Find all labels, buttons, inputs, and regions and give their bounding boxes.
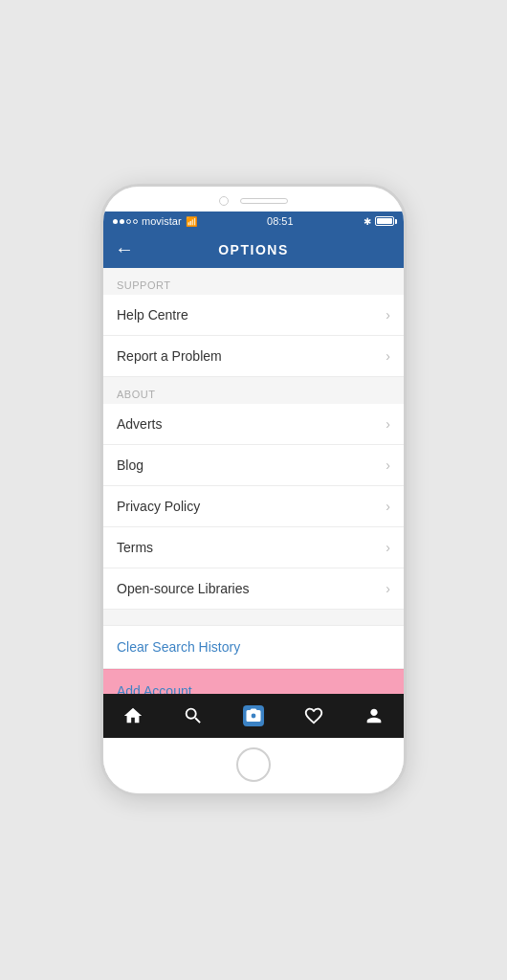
chevron-icon: › xyxy=(386,457,390,473)
profile-icon xyxy=(364,705,385,726)
about-section-header: ABOUT xyxy=(103,377,404,404)
action-item-clear-search[interactable]: Clear Search History xyxy=(103,625,404,669)
tab-camera[interactable] xyxy=(233,702,274,730)
action-item-add-account[interactable]: Add Account xyxy=(103,669,404,694)
phone-frame: movistar 📶 08:51 ✱ ← OPTIONS SUPPORT Hel… xyxy=(100,184,407,796)
privacy-policy-label: Privacy Policy xyxy=(117,499,200,514)
navigation-bar: ← OPTIONS xyxy=(103,231,404,268)
tab-bar xyxy=(103,694,404,738)
clear-search-label: Clear Search History xyxy=(117,639,240,655)
support-section-header: SUPPORT xyxy=(103,268,404,295)
menu-item-blog[interactable]: Blog › xyxy=(103,445,404,486)
blog-label: Blog xyxy=(117,457,143,473)
heart-icon xyxy=(303,705,324,726)
open-source-label: Open-source Libraries xyxy=(117,581,250,596)
side-button-volume-down xyxy=(100,319,102,345)
adverts-label: Adverts xyxy=(117,416,162,432)
tab-home[interactable] xyxy=(113,702,153,730)
tab-search[interactable] xyxy=(173,702,213,730)
report-problem-label: Report a Problem xyxy=(117,348,222,364)
add-account-label: Add Account xyxy=(117,683,192,694)
chevron-icon: › xyxy=(386,499,390,514)
battery-fill xyxy=(377,218,392,224)
home-icon xyxy=(122,705,143,726)
tab-activity[interactable] xyxy=(294,702,334,730)
menu-item-open-source[interactable]: Open-source Libraries › xyxy=(103,568,404,610)
bluetooth-icon: ✱ xyxy=(364,216,371,227)
dot3 xyxy=(126,219,131,224)
chevron-icon: › xyxy=(386,307,390,323)
side-button-power xyxy=(405,297,407,345)
content-area: SUPPORT Help Centre › Report a Problem ›… xyxy=(103,268,404,694)
terms-label: Terms xyxy=(117,540,153,555)
status-bar: movistar 📶 08:51 ✱ xyxy=(103,212,404,231)
status-time: 08:51 xyxy=(267,215,294,227)
dot1 xyxy=(113,219,118,224)
speaker xyxy=(240,198,288,204)
search-icon xyxy=(183,705,204,726)
menu-item-report-problem[interactable]: Report a Problem › xyxy=(103,336,404,377)
carrier-label: movistar xyxy=(142,215,182,227)
menu-item-privacy-policy[interactable]: Privacy Policy › xyxy=(103,486,404,527)
dot4 xyxy=(133,219,138,224)
signal-dots xyxy=(113,219,138,224)
camera-icon xyxy=(243,705,264,726)
menu-item-terms[interactable]: Terms › xyxy=(103,527,404,568)
front-camera xyxy=(219,196,229,206)
battery-icon xyxy=(375,216,394,226)
chevron-icon: › xyxy=(386,540,390,555)
dot2 xyxy=(120,219,124,224)
tab-profile[interactable] xyxy=(354,702,394,730)
status-right: ✱ xyxy=(364,216,394,227)
menu-item-help-centre[interactable]: Help Centre › xyxy=(103,295,404,336)
status-left: movistar 📶 xyxy=(113,215,197,227)
chevron-icon: › xyxy=(386,348,390,364)
help-centre-label: Help Centre xyxy=(117,307,188,323)
back-button[interactable]: ← xyxy=(115,238,134,260)
home-button[interactable] xyxy=(236,747,271,782)
phone-top xyxy=(103,187,404,212)
phone-bottom xyxy=(103,738,404,793)
chevron-icon: › xyxy=(386,581,390,596)
menu-item-adverts[interactable]: Adverts › xyxy=(103,404,404,445)
wifi-icon: 📶 xyxy=(186,216,197,227)
page-title: OPTIONS xyxy=(142,242,365,257)
chevron-icon: › xyxy=(386,416,390,432)
section-gap xyxy=(103,610,404,625)
side-button-volume-up xyxy=(100,282,102,309)
